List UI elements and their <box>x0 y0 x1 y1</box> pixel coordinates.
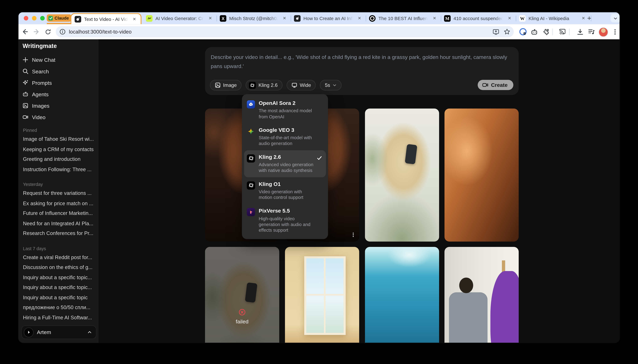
create-button[interactable]: Create <box>478 80 513 90</box>
chat-item[interactable]: Inquiry about a specific topic... <box>19 272 98 282</box>
model-desc: High-quality video generation with audio… <box>259 216 315 233</box>
chat-item[interactable]: предложение о 50/50 спли... <box>19 302 98 312</box>
gallery-card-amber-portrait[interactable] <box>445 108 519 242</box>
sidebar-item-new-chat[interactable]: New Chat <box>19 54 98 66</box>
traffic-minimize-button[interactable] <box>32 16 37 20</box>
model-name: Google VEO 3 <box>259 127 315 134</box>
woman-hair-prop <box>490 271 519 343</box>
close-icon[interactable]: ✕ <box>507 16 513 21</box>
duration-chip[interactable]: 5s <box>320 80 342 90</box>
video-prompt-composer[interactable]: Describe your video in detail... e.g., '… <box>205 47 519 95</box>
page-content: Writingmate New Chat Search Prompts <box>19 39 620 343</box>
gallery-card-underwater[interactable] <box>365 247 439 343</box>
site-info-icon[interactable] <box>60 29 66 35</box>
traffic-zoom-button[interactable] <box>40 16 45 20</box>
close-icon[interactable]: ✕ <box>282 16 287 21</box>
address-bar[interactable]: localhost:3000/text-to-video <box>56 26 514 37</box>
sidebar-item-agents[interactable]: Agents <box>19 88 98 100</box>
onepassword-extension-icon[interactable] <box>517 24 528 39</box>
model-option-kling-o1[interactable]: Kling O1 Video generation with motion co… <box>242 177 328 204</box>
tab-how-to-create-ai-influencer[interactable]: How to Create an AI Influence ✕ <box>291 12 366 24</box>
check-icon <box>48 16 53 20</box>
gallery-card-failed[interactable]: failed <box>205 247 279 343</box>
browser-toolbar: localhost:3000/text-to-video <box>19 24 620 40</box>
browser-menu-icon[interactable] <box>610 24 620 39</box>
new-tab-button[interactable]: + <box>584 14 594 23</box>
sidebar-item-search[interactable]: Search <box>19 66 98 77</box>
tab-group-claude-badge[interactable]: Claude <box>47 14 71 22</box>
image-icon <box>215 82 221 88</box>
aspect-ratio-chip[interactable]: Wide <box>287 80 316 90</box>
close-icon[interactable]: ✕ <box>432 16 438 21</box>
chat-item[interactable]: Inquiry about a specific topic... <box>19 282 98 292</box>
chat-item[interactable]: Research Conferences for Pr... <box>19 228 98 238</box>
nav-label: Agents <box>32 91 49 97</box>
chat-item[interactable]: Future of Influencer Marketin... <box>19 208 98 218</box>
veo-star-icon <box>247 127 255 136</box>
avatar <box>24 327 34 337</box>
model-option-sora-2[interactable]: OpenAI Sora 2 The most advanced model fr… <box>242 96 328 123</box>
close-icon[interactable]: ✕ <box>131 16 137 22</box>
chat-item[interactable]: Request for three variations ... <box>19 188 98 198</box>
chat-item[interactable]: Hiring a Full-Time AI Softwar... <box>19 312 98 322</box>
tab-misch-strotz-x[interactable]: X Misch Strotz (@mitch0z) / X ✕ <box>217 12 291 24</box>
gallery-card-blonde-selfie[interactable] <box>365 108 439 242</box>
close-icon[interactable]: ✕ <box>356 16 362 21</box>
model-name: Kling 2.6 <box>259 154 315 160</box>
gallery-card-interview[interactable] <box>445 247 519 343</box>
close-icon[interactable]: ✕ <box>207 16 213 21</box>
chat-item[interactable]: Greeting and introduction <box>19 154 98 164</box>
install-app-icon[interactable] <box>493 28 499 35</box>
sidebar-item-prompts[interactable]: Prompts <box>19 77 98 88</box>
kebab-menu-icon[interactable] <box>351 232 356 238</box>
model-option-pixverse-5-5[interactable]: PixVerse 5.5 High-quality video generati… <box>242 204 328 237</box>
back-button[interactable] <box>19 24 30 39</box>
bot-extension-icon[interactable] <box>529 24 540 39</box>
extensions-puzzle-icon[interactable] <box>541 24 551 39</box>
cast-icon[interactable] <box>557 24 567 39</box>
chat-item[interactable]: Create a viral Reddit post for... <box>19 252 98 262</box>
chevron-down-icon <box>332 83 337 87</box>
dark-app-favicon <box>294 15 301 22</box>
chat-item[interactable]: Ex asking for price match on ... <box>19 198 98 208</box>
nav-label: Search <box>32 68 49 74</box>
chat-item[interactable]: Discussion on the ethics of g... <box>19 262 98 272</box>
chat-item[interactable]: Inquiry about a specific topic <box>19 292 98 302</box>
forward-button[interactable] <box>31 24 42 39</box>
traffic-close-button[interactable] <box>24 16 28 20</box>
sidebar-item-images[interactable]: Images <box>19 100 98 111</box>
tab-kling-ai-wikipedia[interactable]: W Kling AI - Wikipedia ✕ <box>516 12 590 24</box>
video-app-favicon <box>75 16 81 22</box>
chat-item[interactable]: Need for an Integrated AI Pla... <box>19 218 98 228</box>
model-option-kling-2-6[interactable]: Kling 2.6 Advanced video generation with… <box>244 150 326 177</box>
chat-item[interactable]: Image of Tahoe Ski Resort wi... <box>19 134 98 144</box>
gallery-card-window-cat[interactable] <box>285 247 359 343</box>
tab-10-best-ai-influencer[interactable]: The 10 BEST AI Influencer Ge ✕ <box>366 12 441 24</box>
man-head-prop <box>459 278 473 293</box>
chip-label: Kling 2.6 <box>258 82 278 88</box>
image-mode-chip[interactable]: Image <box>210 80 242 90</box>
tab-group-label: Claude <box>55 16 69 20</box>
sidebar-item-video[interactable]: Video <box>19 111 98 123</box>
chat-item[interactable]: Keeping a CRM of my contacts <box>19 144 98 154</box>
chat-item[interactable]: Instruction Following: Three ... <box>19 164 98 174</box>
tab-search-button[interactable] <box>610 14 619 22</box>
man-prop <box>449 292 488 343</box>
kling-logo-icon <box>247 154 255 162</box>
bookmark-star-icon[interactable] <box>503 28 510 35</box>
check-icon <box>317 154 322 162</box>
model-option-veo-3[interactable]: Google VEO 3 State-of-the-art model with… <box>242 123 328 150</box>
chevron-down-icon <box>613 16 617 20</box>
model-selector-chip[interactable]: Kling 2.6 <box>246 80 282 90</box>
tab-410-account-suspended[interactable]: M 410 account suspended — M ✕ <box>441 12 516 24</box>
tab-text-to-video[interactable]: Text to Video - AI Video Gene ✕ <box>71 13 141 24</box>
playlist-music-icon[interactable] <box>586 24 596 39</box>
section-label-yesterday: Yesterday <box>19 180 98 188</box>
error-circle-icon <box>239 309 246 316</box>
user-menu[interactable]: Artem <box>21 326 96 339</box>
reload-button[interactable] <box>43 24 53 39</box>
downloads-icon[interactable] <box>575 24 586 39</box>
profile-avatar[interactable] <box>599 28 608 37</box>
toolbar-divider <box>552 29 553 35</box>
tab-ai-video-generator[interactable]: AI Video Generator: Create st ✕ <box>143 12 217 24</box>
